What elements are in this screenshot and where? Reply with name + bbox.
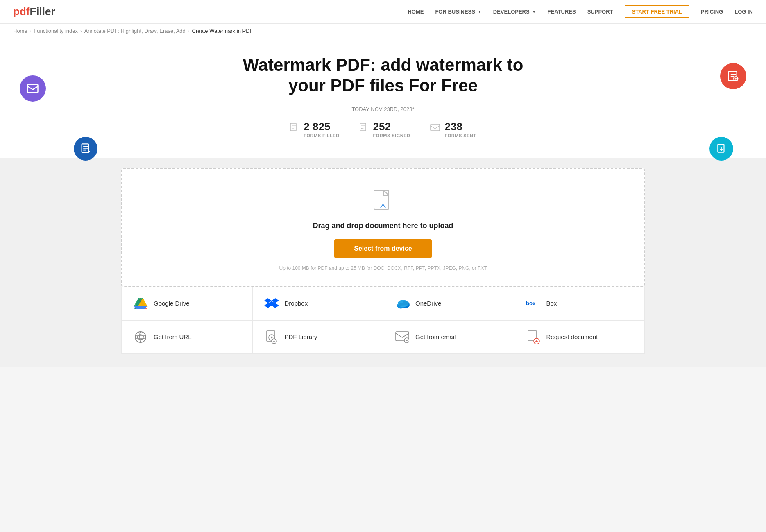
float-download-icon (709, 137, 733, 161)
logo-pdf: pdf (13, 5, 29, 18)
upload-section: Drag and drop document here to upload Se… (0, 158, 766, 367)
svg-rect-4 (718, 144, 724, 152)
logo[interactable]: pdfFiller (13, 5, 55, 18)
dropbox-icon (264, 296, 279, 311)
source-pdf-library[interactable]: PDF Library (252, 320, 383, 354)
breadcrumb-annotate[interactable]: Annotate PDF: Highlight, Draw, Erase, Ad… (84, 28, 186, 34)
forms-filled-number: 2 825 (304, 120, 339, 133)
breadcrumb-functionality[interactable]: Functionality index (34, 28, 78, 34)
forms-filled-label: FORMS FILLED (304, 133, 339, 138)
breadcrumb-sep-1: › (30, 29, 32, 34)
upload-icon (135, 190, 631, 214)
breadcrumb-home[interactable]: Home (13, 28, 27, 34)
stats-date: TODAY NOV 23RD, 2023* (13, 106, 753, 112)
nav-login[interactable]: LOG IN (734, 9, 753, 15)
get-email-label: Get from email (415, 333, 456, 340)
svg-text:box: box (526, 300, 536, 306)
logo-filler: Filler (29, 5, 55, 18)
upload-drag-text: Drag and drop document here to upload (135, 222, 631, 230)
stat-forms-sent: 238 FORMS SENT (430, 120, 476, 138)
source-google-drive[interactable]: Google Drive (121, 287, 252, 320)
source-onedrive[interactable]: OneDrive (383, 287, 514, 320)
pdf-library-icon (264, 330, 279, 344)
float-email-icon (20, 75, 46, 102)
google-drive-label: Google Drive (154, 300, 190, 307)
breadcrumb: Home › Functionality index › Annotate PD… (0, 24, 766, 38)
nav-home[interactable]: HOME (408, 9, 424, 15)
forms-sent-number: 238 (445, 120, 476, 133)
source-dropbox[interactable]: Dropbox (252, 287, 383, 320)
forms-signed-icon (359, 123, 368, 135)
url-icon (133, 330, 148, 344)
forms-signed-label: FORMS SIGNED (373, 133, 410, 138)
float-document-icon (74, 137, 97, 161)
email-icon (395, 330, 410, 344)
pdf-library-label: PDF Library (285, 333, 317, 340)
source-get-email[interactable]: Get from email (383, 320, 514, 354)
google-drive-icon (133, 296, 148, 311)
forms-signed-number: 252 (373, 120, 410, 133)
get-url-label: Get from URL (154, 333, 192, 340)
nav-developers[interactable]: DEVELOPERS ▼ (493, 9, 536, 15)
onedrive-label: OneDrive (415, 300, 441, 307)
source-grid: Google Drive Dropbox (121, 287, 645, 354)
hero-section: Watermark PDF: add watermark to your PDF… (0, 38, 766, 158)
forms-sent-icon (430, 124, 440, 134)
request-doc-icon (526, 330, 541, 344)
breadcrumb-sep-3: › (188, 29, 190, 34)
nav-for-business[interactable]: FOR BUSINESS ▼ (435, 9, 481, 15)
upload-dropzone[interactable]: Drag and drop document here to upload Se… (121, 168, 645, 287)
nav-pricing[interactable]: PRICING (701, 9, 723, 15)
navbar: pdfFiller HOME FOR BUSINESS ▼ DEVELOPERS… (0, 0, 766, 24)
breadcrumb-sep-2: › (80, 29, 82, 34)
svg-rect-7 (431, 124, 440, 131)
stat-forms-filled: 2 825 FORMS FILLED (290, 120, 339, 138)
developers-chevron: ▼ (532, 9, 536, 14)
source-request-doc[interactable]: Request document (514, 320, 645, 354)
breadcrumb-current: Create Watermark in PDF (192, 28, 253, 34)
stat-forms-signed: 252 FORMS SIGNED (359, 120, 410, 138)
nav-links: HOME FOR BUSINESS ▼ DEVELOPERS ▼ FEATURE… (408, 5, 753, 18)
nav-features[interactable]: FEATURES (548, 9, 576, 15)
forms-filled-icon (290, 123, 299, 135)
for-business-chevron: ▼ (478, 9, 482, 14)
source-get-url[interactable]: Get from URL (121, 320, 252, 354)
select-from-device-button[interactable]: Select from device (334, 239, 431, 258)
source-box[interactable]: box Box (514, 287, 645, 320)
box-label: Box (546, 300, 557, 307)
forms-sent-label: FORMS SENT (445, 133, 476, 138)
request-doc-label: Request document (546, 333, 598, 340)
onedrive-icon (395, 296, 410, 311)
upload-hint: Up to 100 MB for PDF and up to 25 MB for… (135, 265, 631, 271)
box-icon: box (526, 296, 541, 311)
svg-point-20 (135, 332, 146, 342)
nav-support[interactable]: SUPPORT (587, 9, 613, 15)
page-title: Watermark PDF: add watermark to your PDF… (223, 55, 543, 96)
start-trial-button[interactable]: START FREE TRIAL (625, 5, 690, 18)
dropbox-label: Dropbox (285, 300, 308, 307)
float-watermark-icon (720, 63, 746, 89)
stats-row: 2 825 FORMS FILLED 252 FORMS SIGNED (13, 116, 753, 150)
svg-rect-0 (28, 84, 38, 93)
